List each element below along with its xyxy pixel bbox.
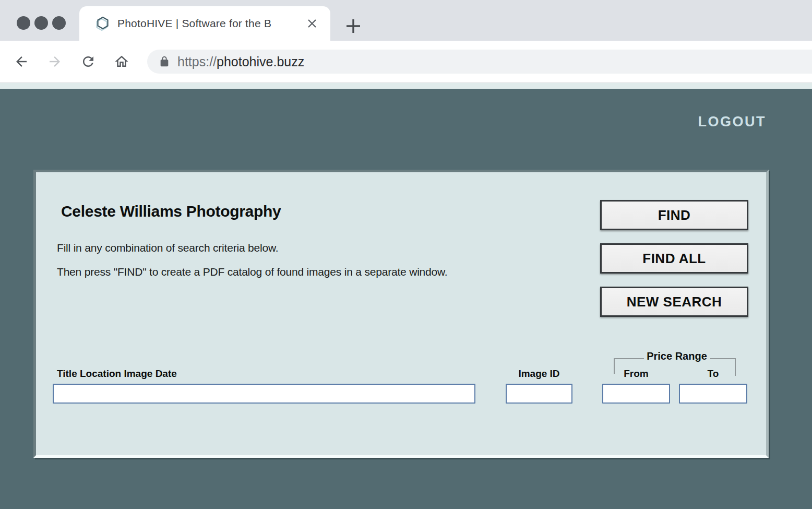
window-minimize-button[interactable] xyxy=(34,16,48,30)
price-from-input[interactable] xyxy=(602,384,670,404)
tab-title-wrap: PhotoHIVE | Software for the B xyxy=(117,17,303,30)
page-title: Celeste Williams Photography xyxy=(61,203,281,220)
forward-icon[interactable] xyxy=(47,54,63,69)
photohive-hexagon-favicon xyxy=(94,15,111,32)
page-body: LOGOUT Celeste Williams Photography Fill… xyxy=(0,89,812,509)
browser-tab[interactable]: PhotoHIVE | Software for the B xyxy=(79,6,330,41)
tab-strip: PhotoHIVE | Software for the B xyxy=(0,0,812,41)
search-panel: Celeste Williams Photography Fill in any… xyxy=(33,170,769,458)
find-all-button[interactable]: FIND ALL xyxy=(600,243,748,274)
reload-icon[interactable] xyxy=(80,54,96,69)
price-to-label: To xyxy=(679,368,747,380)
price-to-input[interactable] xyxy=(679,384,747,404)
instruction-line-2: Then press "FIND" to create a PDF catalo… xyxy=(57,266,448,278)
browser-toolbar: https://photohive.buzz xyxy=(0,41,812,83)
home-icon[interactable] xyxy=(114,54,129,69)
url-host: photohive.buzz xyxy=(217,54,304,69)
instruction-line-1: Fill in any combination of search criter… xyxy=(57,242,278,254)
image-id-input[interactable] xyxy=(506,384,572,404)
logout-link[interactable]: LOGOUT xyxy=(698,114,767,130)
address-bar[interactable]: https://photohive.buzz xyxy=(147,50,812,74)
window-zoom-button[interactable] xyxy=(52,16,66,30)
tab-title: PhotoHIVE | Software for the B xyxy=(117,17,271,29)
image-id-label: Image ID xyxy=(506,368,572,380)
tab-title-fade xyxy=(279,17,303,30)
find-button[interactable]: FIND xyxy=(600,200,748,230)
tab-close-icon[interactable] xyxy=(306,18,318,29)
back-icon[interactable] xyxy=(14,54,29,69)
url-scheme: https:// xyxy=(177,54,217,69)
browser-window: PhotoHIVE | Software for the B xyxy=(0,0,812,509)
url-text: https://photohive.buzz xyxy=(177,54,304,69)
new-search-button[interactable]: NEW SEARCH xyxy=(600,287,748,317)
price-from-label: From xyxy=(602,368,670,380)
page-top-margin xyxy=(0,83,812,89)
price-range-label: Price Range xyxy=(635,350,719,362)
lock-icon[interactable] xyxy=(159,56,170,67)
title-location-date-label: Title Location Image Date xyxy=(57,368,177,380)
title-location-date-input[interactable] xyxy=(53,384,475,404)
new-tab-plus-icon[interactable] xyxy=(345,18,361,34)
window-close-button[interactable] xyxy=(17,16,30,30)
